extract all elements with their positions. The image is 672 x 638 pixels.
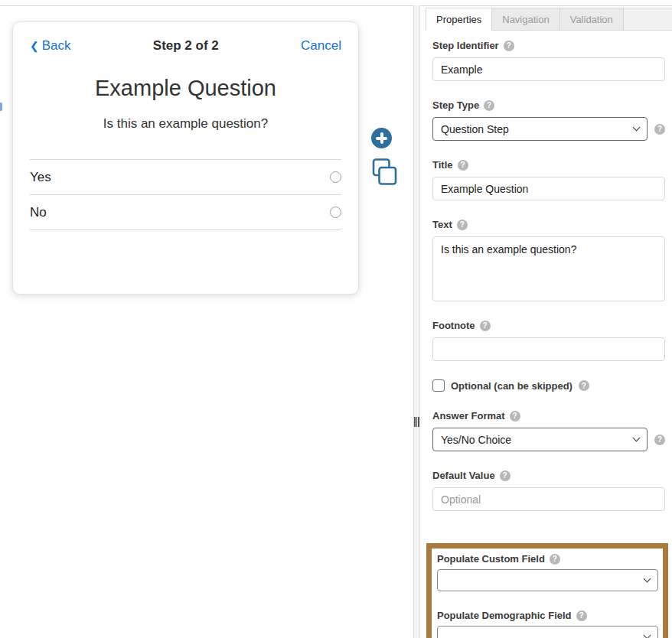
drag-grip-icon bbox=[414, 417, 419, 427]
footnote-input[interactable] bbox=[432, 337, 665, 361]
help-icon[interactable]: ? bbox=[576, 610, 587, 621]
field-text: Text ? Is this an example question? bbox=[432, 219, 665, 301]
tab-validation[interactable]: Validation bbox=[560, 8, 624, 31]
back-label: Back bbox=[42, 38, 71, 54]
help-icon[interactable]: ? bbox=[457, 220, 468, 230]
help-icon[interactable]: ? bbox=[500, 470, 511, 481]
help-icon[interactable]: ? bbox=[480, 321, 491, 331]
properties-panel: Properties Navigation Validation Step Id… bbox=[426, 8, 672, 529]
chevron-down-icon bbox=[644, 632, 651, 638]
field-label: Footnote bbox=[432, 320, 475, 331]
chevron-down-icon bbox=[644, 575, 651, 583]
choice-list: Yes No bbox=[30, 159, 341, 230]
panel-body: Step Identifier ? Step Type ? Question S… bbox=[426, 31, 672, 511]
help-icon[interactable]: ? bbox=[579, 380, 589, 391]
highlight-annotation-box: Populate Custom Field ? Populate Demogra… bbox=[426, 543, 668, 638]
field-answer-format: Answer Format ? Yes/No Choice ? bbox=[432, 410, 665, 451]
radio-icon[interactable] bbox=[330, 207, 341, 218]
choice-row-yes[interactable]: Yes bbox=[30, 160, 341, 195]
field-label: Answer Format bbox=[432, 410, 505, 422]
copy-icon bbox=[372, 158, 397, 186]
cancel-button[interactable]: Cancel bbox=[301, 38, 341, 54]
answer-format-select[interactable]: Yes/No Choice bbox=[432, 428, 648, 451]
field-label: Optional (can be skipped) bbox=[451, 380, 573, 392]
default-value-input[interactable] bbox=[432, 487, 665, 511]
field-label: Step Type bbox=[432, 99, 479, 111]
field-label: Text bbox=[432, 219, 452, 230]
top-divider-line bbox=[0, 5, 672, 6]
chevron-left-icon: ❮ bbox=[30, 40, 39, 52]
field-optional: Optional (can be skipped) ? bbox=[432, 379, 665, 392]
field-label: Step Identifier bbox=[432, 40, 499, 51]
preview-header: ❮ Back Step 2 of 2 Cancel bbox=[13, 22, 358, 54]
choice-row-no[interactable]: No bbox=[30, 195, 341, 230]
step-identifier-input[interactable] bbox=[432, 57, 665, 81]
field-step-type: Step Type ? Question Step ? bbox=[432, 99, 665, 141]
tab-properties[interactable]: Properties bbox=[426, 8, 492, 31]
text-textarea[interactable]: Is this an example question? bbox=[432, 236, 665, 301]
field-label: Populate Demographic Field bbox=[437, 610, 572, 621]
offscreen-element-edge bbox=[0, 103, 2, 111]
selected-option: Question Step bbox=[441, 123, 509, 135]
field-label: Populate Custom Field bbox=[437, 553, 545, 565]
selected-option: Yes/No Choice bbox=[441, 434, 511, 446]
populate-custom-field-select[interactable] bbox=[437, 569, 658, 591]
choice-label: No bbox=[30, 205, 47, 220]
chevron-down-icon bbox=[633, 435, 641, 442]
help-icon[interactable]: ? bbox=[654, 124, 665, 135]
field-label: Default Value bbox=[432, 470, 495, 481]
help-icon[interactable]: ? bbox=[484, 100, 494, 111]
populate-demographic-field-select[interactable] bbox=[437, 626, 658, 638]
tab-bar-filler bbox=[624, 8, 672, 31]
panel-resize-gutter[interactable] bbox=[413, 5, 420, 638]
tab-navigation[interactable]: Navigation bbox=[492, 8, 559, 31]
help-icon[interactable]: ? bbox=[654, 435, 665, 445]
step-type-select[interactable]: Question Step bbox=[432, 117, 648, 141]
add-step-button[interactable] bbox=[371, 128, 392, 148]
field-label: Title bbox=[432, 159, 453, 171]
step-preview-card: ❮ Back Step 2 of 2 Cancel Example Questi… bbox=[12, 21, 359, 295]
help-icon[interactable]: ? bbox=[510, 411, 520, 422]
choice-label: Yes bbox=[30, 170, 51, 185]
chevron-down-icon bbox=[633, 124, 641, 132]
field-footnote: Footnote ? bbox=[432, 320, 665, 361]
panel-tabs: Properties Navigation Validation bbox=[426, 8, 672, 31]
radio-icon[interactable] bbox=[330, 171, 341, 183]
help-icon[interactable]: ? bbox=[504, 41, 514, 51]
help-icon[interactable]: ? bbox=[458, 160, 468, 171]
plus-icon bbox=[380, 132, 383, 144]
optional-checkbox[interactable] bbox=[432, 379, 445, 392]
preview-question-title: Example Question bbox=[13, 76, 358, 101]
back-button[interactable]: ❮ Back bbox=[30, 38, 71, 54]
field-default-value: Default Value ? bbox=[432, 470, 665, 511]
field-step-identifier: Step Identifier ? bbox=[432, 40, 665, 81]
step-indicator: Step 2 of 2 bbox=[153, 38, 219, 54]
duplicate-step-button[interactable] bbox=[372, 158, 397, 186]
preview-question-text: Is this an example question? bbox=[13, 116, 358, 132]
title-input[interactable] bbox=[432, 177, 665, 200]
field-title: Title ? bbox=[432, 159, 665, 200]
help-icon[interactable]: ? bbox=[550, 554, 560, 565]
